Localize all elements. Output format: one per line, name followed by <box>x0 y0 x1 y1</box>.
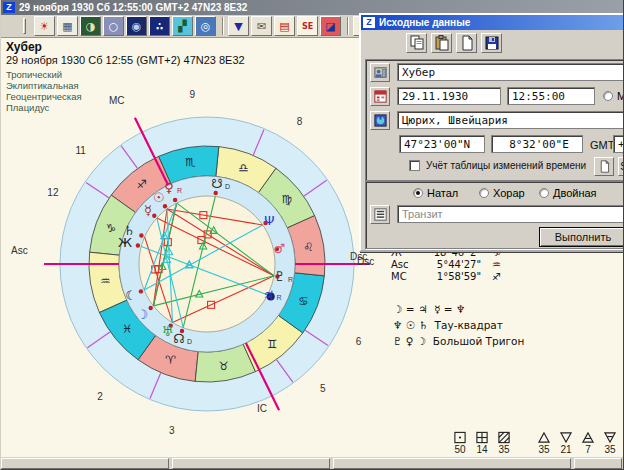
config-line: ♆ ☉ ♄ Тау-квадрат <box>393 317 524 333</box>
house-number-6: 6 <box>356 336 362 347</box>
planet-pluto: ♇ <box>274 269 286 284</box>
planet-venus-motion: R <box>177 187 182 194</box>
planet-dot-selena <box>136 243 140 247</box>
sign-glyph-libra: ♎ <box>238 161 248 175</box>
house-number-5: 5 <box>320 383 326 394</box>
timezone-table-checkbox[interactable] <box>409 160 420 171</box>
sign-glyph-pisces: ♓ <box>122 322 132 336</box>
planet-selena: Ж <box>118 235 132 250</box>
event-icon[interactable]: ☀ <box>34 16 55 36</box>
swiss-icon[interactable]: ◪ <box>320 16 341 36</box>
house-number-8: 8 <box>297 116 303 127</box>
planet-mars: ♂ <box>274 241 286 256</box>
app-icon: Z <box>3 2 15 13</box>
galaxy-icon[interactable]: ◉ <box>126 16 147 36</box>
planet-pluto-motion: R <box>288 276 293 283</box>
square-grid-stat: 14 <box>471 431 493 455</box>
timezone-table-label: Учёт таблицы изменений времени <box>426 160 586 171</box>
sign-glyph-leo: ♌ <box>304 240 314 254</box>
planet-neptune: Ψ <box>264 213 274 228</box>
starfield-icon[interactable]: ∴ <box>149 16 170 36</box>
dialog-titlebar[interactable]: Z Исходные данные <box>361 15 624 30</box>
statusbar-segment <box>574 458 622 469</box>
s-button[interactable]: S <box>618 157 624 176</box>
house-number-11: 11 <box>76 145 87 156</box>
time-field[interactable]: 12:55:00 <box>507 87 595 105</box>
sign-glyph-gemini: ♊ <box>267 337 277 351</box>
place-field[interactable]: Цюрих, Швейцария <box>397 111 624 129</box>
house-number-9: 9 <box>189 89 195 100</box>
name-select-button[interactable] <box>370 63 390 82</box>
planet-dot-saturn <box>139 233 143 237</box>
new-icon[interactable] <box>456 33 477 53</box>
radio-m-label: М <box>617 90 624 102</box>
ic-label: IC <box>257 403 267 414</box>
longitude-field[interactable]: 8°32'00"E <box>491 135 583 153</box>
aspect-stats: 5014353521735 <box>449 431 621 455</box>
window-title: 29 ноября 1930 Сб 12:55:00 GMT+2 47N23 8… <box>19 2 247 13</box>
planet-lilith: ☾ <box>125 288 137 303</box>
triangle-up-line-stat: 7 <box>577 431 599 455</box>
moon-ring-icon[interactable]: ○ <box>103 16 124 36</box>
config-line: ♇ ♀ ☽ Большой Тригон <box>393 333 524 349</box>
execute-button[interactable]: Выполнить <box>539 227 624 247</box>
asc-label: Asc <box>11 245 28 256</box>
triangle-up-stat: 35 <box>533 431 555 455</box>
planet-node-asc-motion: D <box>187 338 192 345</box>
sign-glyph-capricorn: ♑ <box>106 221 116 235</box>
transit-list-button[interactable] <box>370 205 390 224</box>
radio-horar[interactable]: Хорар <box>479 187 525 199</box>
radio-double[interactable]: Двойная <box>539 187 597 199</box>
stats-table-icon[interactable]: ▤ <box>274 16 295 36</box>
statusbar-segment <box>172 458 330 469</box>
planet-dot-mercury <box>152 214 156 218</box>
calendar-icon[interactable]: ▦ <box>57 16 78 36</box>
planet-dot-moon <box>149 306 153 310</box>
latitude-field[interactable]: 47°23'00"N <box>399 135 485 153</box>
triangle-down-stat: 21 <box>555 431 577 455</box>
sign-glyph-sagittarius: ♐ <box>137 177 147 191</box>
status-bar <box>1 457 624 470</box>
radio-m[interactable]: М <box>603 90 624 102</box>
atlas-button[interactable] <box>370 111 390 130</box>
envelope-icon[interactable]: ✉ <box>251 16 272 36</box>
ephemeris-icon[interactable]: SE <box>297 16 318 36</box>
radio-natal[interactable]: Натал <box>413 187 458 199</box>
copy-icon[interactable] <box>406 33 427 53</box>
statusbar-segment <box>333 458 571 469</box>
source-data-dialog: Z Исходные данные Хубер 29.11.1930 12:55… <box>359 13 624 252</box>
dialog-title: Исходные данные <box>379 17 470 28</box>
mc-label: MC <box>109 95 125 106</box>
planet-dot-lilith <box>139 289 143 293</box>
planet-jupiter: ♃ <box>263 288 275 303</box>
date-now-button[interactable] <box>370 87 390 106</box>
planet-mercury: ☿ <box>144 203 152 218</box>
date-field[interactable]: 29.11.1930 <box>397 87 501 105</box>
dsc-axis-label: Dsc <box>357 256 374 267</box>
paste-icon[interactable] <box>431 33 452 53</box>
toolbar-grip[interactable] <box>23 18 26 34</box>
position-row: MC1°58'59"♐ <box>391 271 501 283</box>
position-row: Asc5°44'27"♒ <box>391 259 501 271</box>
save-icon[interactable] <box>481 33 502 53</box>
sign-glyph-cancer: ♋ <box>298 294 308 308</box>
square-hatch-stat: 35 <box>493 431 515 455</box>
gmt-field[interactable]: + <box>613 135 624 153</box>
house-number-12: 12 <box>47 187 59 198</box>
sign-glyph-virgo: ♍ <box>282 192 292 206</box>
sign-glyph-taurus: ♉ <box>218 359 228 373</box>
aspect-configurations: ☽ = ♃ ☿ = ♆♆ ☉ ♄ Тау-квадрат♇ ♀ ☽ Большо… <box>393 301 524 349</box>
map-icon[interactable]: ▞ <box>172 16 193 36</box>
book-icon[interactable]: ▼ <box>228 16 249 36</box>
sign-glyph-aquarius: ♒ <box>100 274 110 288</box>
sign-glyph-scorpio: ♏ <box>185 155 195 169</box>
toolbar-separator <box>222 17 224 35</box>
globe-doc-icon[interactable]: ◎ <box>195 16 216 36</box>
transit-field[interactable]: Транзит <box>397 205 624 223</box>
clock-globe-icon[interactable]: ◑ <box>80 16 101 36</box>
timezone-doc-button[interactable] <box>594 157 614 176</box>
name-field[interactable]: Хубер <box>397 63 624 81</box>
positions-panel: Ж18°46' 2"♑ Asc5°44'27"♒ MC1°58'59"♐ <box>391 247 501 283</box>
house-number-2: 2 <box>97 391 103 402</box>
config-line: ☽ = ♃ ☿ = ♆ <box>393 301 524 317</box>
